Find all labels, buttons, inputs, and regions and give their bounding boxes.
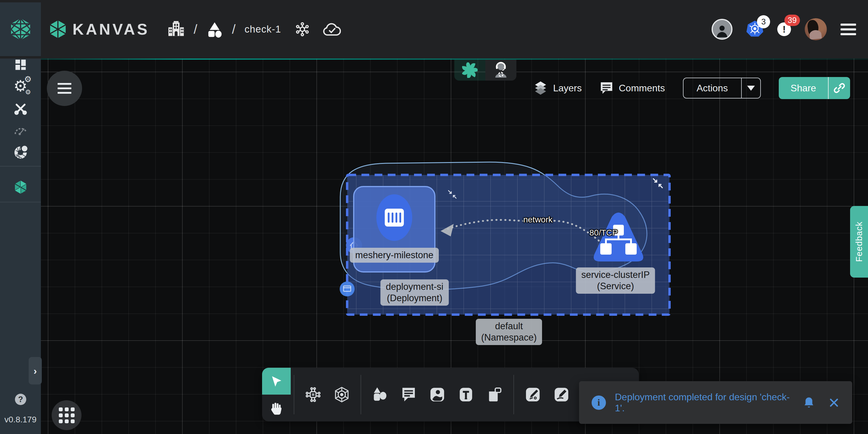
designs-icon[interactable] [206,21,223,38]
components-tool-button[interactable] [302,380,324,409]
dashboard-icon [14,58,27,72]
share-label: Share [779,83,828,94]
pen-icon [525,386,541,403]
canvas-controls: Layers Comments Actions Share [533,77,850,99]
namespace-label: default (Namespace) [476,319,542,345]
notification-count-badge: 39 [784,14,800,26]
actions-label: Actions [684,83,741,94]
presence-bar [454,60,516,81]
select-tool-button[interactable] [262,368,291,395]
copy-link-button[interactable] [828,77,850,99]
service-label: service-clusterIP (Service) [576,268,655,294]
support-agent-tab[interactable] [485,60,516,81]
actions-dropdown-button[interactable] [741,78,760,98]
main-menu-button[interactable] [841,24,856,35]
text-tool-button[interactable] [455,380,477,409]
quick-actions-button[interactable] [52,400,82,430]
annotation-tools [364,368,510,422]
comments-button[interactable]: Comments [600,81,665,95]
sidebar-item-kanvas-active[interactable] [0,180,41,195]
kubernetes-context-switcher[interactable]: 3 [746,20,764,38]
caret-down-icon [747,86,755,91]
grid-dots-icon [59,407,74,423]
breadcrumb-separator: / [194,22,197,37]
comments-label: Comments [619,83,665,94]
sidebar-item-dashboard[interactable] [0,58,41,72]
brand-wordmark: KANVAS [72,20,150,38]
toast-message: Deployment completed for design 'check-1… [615,392,794,414]
deployment-label: deployment-si (Deployment) [380,279,449,306]
kubernetes-wheel-icon [333,386,350,403]
pod-circle[interactable] [376,194,412,241]
brand[interactable]: KANVAS [49,20,150,38]
sidebar-item-lifecycle[interactable]: ⚙ ⚙ ⚙ [0,78,41,94]
layers-label: Layers [553,83,582,94]
cloud-sync-status-icon[interactable] [322,21,341,38]
headset-agent-icon [493,62,509,79]
edge-label: network [523,215,553,224]
feedback-tab[interactable]: Feedback [850,206,868,278]
shapes-tool-button[interactable] [369,380,391,409]
design-name[interactable]: check-1 [244,24,281,35]
sticky-note-tool-button[interactable] [484,380,506,409]
help-button[interactable]: ? [15,394,26,405]
notification-center-button[interactable]: ! 39 [777,22,791,36]
comment-tool-button[interactable] [398,380,420,409]
comment-bubble-icon [401,386,417,403]
user-avatar[interactable] [805,18,827,40]
deployment-toast: i Deployment completed for design 'check… [579,381,852,424]
layers-button[interactable]: Layers [533,81,582,95]
meshery-extension-icon [13,145,28,160]
relationships-graph-icon[interactable] [294,21,310,37]
sidebar-expand-button[interactable]: › [29,357,42,384]
info-icon: i [592,396,606,410]
kubernetes-components-button[interactable] [331,380,353,409]
gears-icon: ⚙ ⚙ ⚙ [13,78,27,94]
container-label: meshery-milestone [350,248,439,263]
image-tool-button[interactable] [426,380,448,409]
sidebar-item-performance[interactable] [0,123,41,136]
pointer-tools [262,368,291,422]
meshery-logo[interactable] [0,2,41,56]
text-icon [458,386,474,403]
person-icon [714,23,730,38]
header-right: 3 ! 39 [712,18,856,40]
image-icon [429,386,445,403]
edge-port-label: 80/TCP [590,228,618,238]
bell-icon[interactable] [803,396,815,409]
organization-icon[interactable] [167,20,185,38]
breadcrumb: / / check-1 [167,20,341,38]
collaborator-avatar[interactable] [712,19,733,40]
layers-icon [533,81,548,95]
marker-icon [553,386,569,403]
breadcrumb-separator-2: / [232,22,236,37]
cursor-icon [270,375,283,388]
kubernetes-context-count-badge: 3 [757,15,770,28]
freehand-tool-button[interactable] [550,380,572,409]
comments-icon [600,81,613,95]
close-icon[interactable] [828,397,840,408]
pen-tool-button[interactable] [522,380,544,409]
meshery-presence-tab[interactable] [454,60,485,81]
chevron-right-icon: › [33,365,37,377]
sidebar-item-configuration[interactable] [0,101,41,116]
drawing-tools [517,368,577,422]
pan-tool-button[interactable] [262,395,291,422]
hand-icon [270,401,283,415]
sidebar-item-extensions[interactable] [0,145,41,160]
actions-button[interactable]: Actions [683,78,761,98]
component-tools [297,368,358,422]
sticky-note-icon [487,386,503,403]
kanvas-active-icon [13,180,28,195]
tools-icon [13,101,28,116]
container-icon [385,209,404,226]
share-button[interactable]: Share [779,77,850,99]
meshery-logo-icon [9,18,32,40]
integration-chip-icon [305,386,322,403]
app-version: v0.8.179 [0,415,41,425]
shapes-icon [372,386,388,403]
meshery-spinner-icon [462,62,477,78]
speedometer-icon [13,123,28,136]
kanvas-hexagon-icon [49,20,67,38]
canvas-menu-button[interactable] [47,71,82,106]
